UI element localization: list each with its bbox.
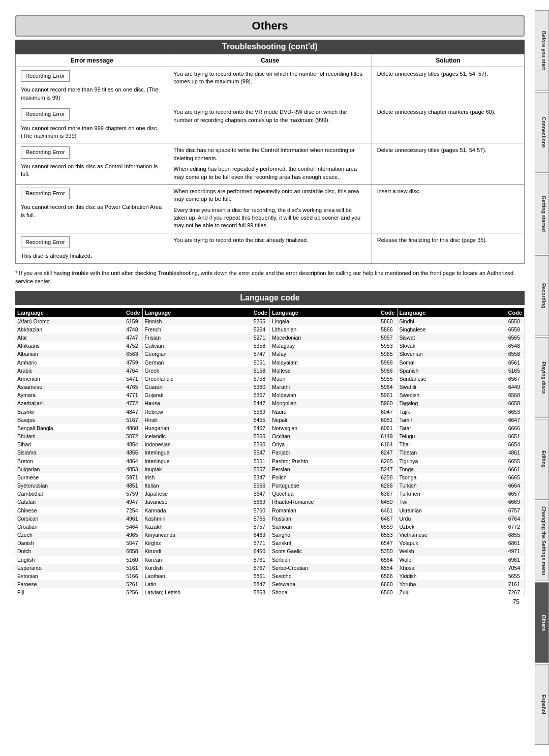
list-item: Twi6669 — [398, 498, 525, 506]
list-item: Persian5247 — [270, 465, 398, 473]
error-box: Recording Error — [21, 70, 70, 82]
language-code-value: 6266 — [367, 482, 395, 489]
list-item: Zulu7267 — [398, 588, 525, 596]
language-code-value: 5367 — [239, 391, 267, 399]
list-item: Urdu6764 — [398, 515, 525, 523]
sidebar-tab[interactable]: Before you start — [535, 10, 549, 91]
language-name: Burmese — [17, 474, 112, 481]
language-code-value: 4864 — [112, 458, 140, 465]
language-code-value: 6568 — [494, 391, 522, 399]
error-description: You cannot record on this disc as Contro… — [21, 163, 163, 178]
sidebar-tab[interactable]: Connections — [535, 92, 549, 173]
language-name: Somali — [400, 359, 495, 366]
list-item: Abkhazian4748 — [15, 325, 143, 334]
language-name: Bulgarian — [17, 466, 112, 473]
language-code-value: 5566 — [239, 482, 267, 489]
list-item: Icelandic5565 — [143, 432, 270, 440]
language-code-value: 6550 — [494, 318, 522, 325]
list-item: Indonesian5560 — [143, 440, 270, 448]
language-code-value: 6764 — [494, 515, 522, 522]
language-code-value: 6961 — [494, 556, 522, 563]
language-name: Albanian — [17, 350, 112, 357]
error-cell: Recording ErrorYou cannot record more th… — [16, 67, 168, 105]
list-item: Malayalam5968 — [270, 358, 398, 367]
language-name: French — [145, 326, 240, 333]
language-name: Zulu — [400, 589, 495, 596]
sidebar-tab[interactable]: Changing the Settings menu — [535, 501, 549, 582]
language-code-value: 4947 — [112, 498, 140, 505]
language-code-value: 5868 — [239, 589, 267, 596]
list-item: Greenlandic5758 — [143, 375, 270, 383]
language-code-value: 5447 — [239, 400, 267, 407]
language-name: Byelorussian — [17, 482, 112, 489]
language-code-value: 5464 — [112, 523, 140, 530]
language-code-value: 6367 — [367, 490, 395, 497]
list-item: Gujarati5367 — [143, 391, 270, 399]
language-name: Tagalog — [400, 400, 495, 407]
language-name: Cambodian — [17, 490, 112, 497]
sidebar-tab[interactable]: Getting started — [535, 174, 549, 255]
language-name: Sesotho — [272, 572, 367, 580]
language-code-value: 5955 — [367, 375, 395, 382]
list-item: Hungarian5467 — [143, 424, 270, 432]
list-item: Singhalese6558 — [398, 325, 525, 334]
list-item: Setswana6660 — [270, 580, 398, 588]
list-item: Kinyarwanda6469 — [143, 531, 270, 539]
lang-col-code-header: Code — [239, 310, 267, 316]
list-item: Sundanese6567 — [398, 375, 525, 383]
language-name: Azerbaijani — [17, 400, 112, 407]
error-box: Recording Error — [21, 236, 70, 248]
col-header-error: Error message — [16, 54, 168, 67]
language-name: Assamese — [17, 383, 112, 390]
list-item: Nauru6047 — [270, 408, 398, 416]
language-code-value: 4971 — [494, 548, 522, 555]
sidebar-tab[interactable]: Others — [535, 582, 549, 663]
language-name: Kirghiz — [145, 539, 240, 547]
list-item: Kazakh5757 — [143, 523, 270, 531]
language-name: Bashkir — [17, 408, 112, 415]
language-name: Turkish — [400, 482, 495, 489]
language-column: LanguageCodeLingala5860Lithuanian5866Mac… — [270, 308, 398, 597]
language-name: Kashmiri — [145, 515, 240, 522]
sidebar-tab[interactable]: Editing — [535, 419, 549, 500]
language-code-value: 5467 — [239, 425, 267, 432]
list-item: Bengali;Bangla4860 — [15, 424, 143, 432]
language-code-value: 6149 — [367, 433, 395, 440]
list-item: Vietnamese6855 — [398, 531, 525, 539]
language-name: Tonga — [400, 466, 495, 473]
list-item: Tamil6647 — [398, 416, 525, 424]
language-code-value: 5350 — [367, 548, 395, 555]
list-item: Faroese5261 — [15, 580, 143, 588]
language-name: Telugu — [400, 433, 495, 440]
language-name: Kazakh — [145, 523, 240, 530]
language-code-value: 5471 — [112, 375, 140, 382]
list-item: Thai6654 — [398, 440, 525, 448]
sidebar-tab[interactable]: Recording — [535, 255, 549, 336]
list-item: Telugu6651 — [398, 432, 525, 440]
sidebar-tab[interactable]: Español — [535, 664, 549, 745]
language-name: Bihari — [17, 441, 112, 448]
language-code-value: 5758 — [239, 375, 267, 382]
list-item: Bhutani5072 — [15, 432, 143, 440]
list-item: Kurdish5767 — [143, 564, 270, 572]
language-code-value: 6548 — [494, 342, 522, 349]
language-code-value: 5551 — [239, 458, 267, 465]
language-code-value: 4853 — [112, 466, 140, 473]
language-name: Faroese — [17, 581, 112, 588]
sidebar-tab[interactable]: Playing discs — [535, 337, 549, 418]
language-code-value: 6567 — [494, 375, 522, 382]
main-content: Others Troubleshooting (cont'd) Error me… — [0, 10, 535, 746]
solution-cell: Insert a new disc. — [372, 184, 524, 233]
language-code-header: Language code — [15, 291, 525, 305]
list-item: Serbo-Croatian6554 — [270, 564, 398, 572]
language-code-value: 5965 — [367, 350, 395, 357]
language-name: Xhosa — [400, 564, 495, 571]
language-name: Persian — [272, 466, 367, 473]
language-name: Sanskrit — [272, 539, 367, 547]
language-code-value: 6554 — [367, 564, 395, 571]
language-code-value: 5669 — [239, 498, 267, 505]
language-code-value: 5247 — [367, 466, 395, 473]
list-item: Byelorussian4851 — [15, 481, 143, 490]
language-name: Uzbek — [400, 523, 495, 530]
language-code-value: 4764 — [112, 367, 140, 374]
